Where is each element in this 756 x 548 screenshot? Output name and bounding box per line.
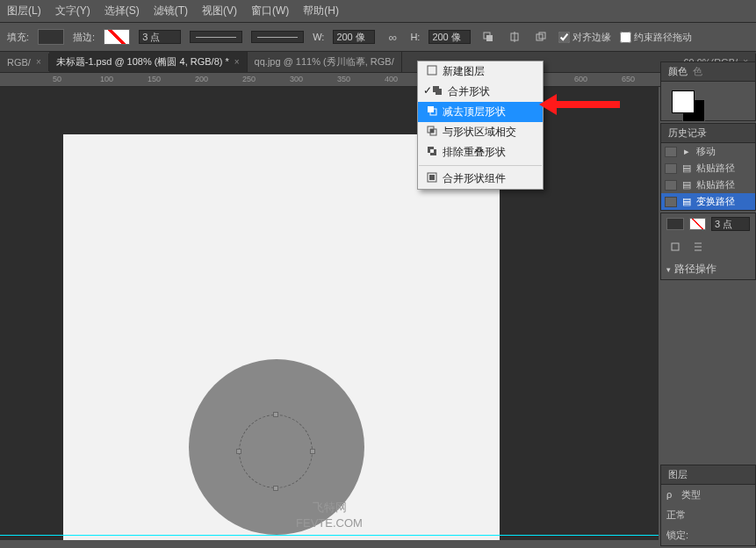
lock-label: 锁定: [666, 530, 688, 540]
blend-mode-dropdown[interactable]: 正常 [666, 509, 686, 520]
doc-tab[interactable]: 未标题-1.psd @ 108% (椭圆 4, RGB/8) *× [49, 52, 248, 72]
menu-window[interactable]: 窗口(W) [251, 4, 289, 18]
menu-type[interactable]: 文字(Y) [55, 4, 90, 18]
new-layer-icon [427, 65, 437, 76]
stroke-style-dropdown[interactable] [190, 31, 242, 43]
history-item[interactable]: ▤ 变换路径 [661, 193, 755, 210]
document-tabs: RGB/× 未标题-1.psd @ 108% (椭圆 4, RGB/8) *× … [0, 52, 756, 73]
close-icon[interactable]: × [36, 57, 41, 67]
options-bar: 填充: 描边: W: H: 对齐边缘 约束路径拖动 [0, 23, 756, 52]
right-panel-dock: 颜色 色 历史记录 ▸ 移动 ▤ 粘贴路径 ▤ 粘贴 [660, 61, 756, 548]
menu-item-merge-components[interactable]: 合并形状组件 [418, 169, 543, 189]
path-arrange-icon[interactable] [532, 28, 550, 46]
history-thumb [665, 180, 677, 191]
fill-swatch[interactable] [38, 29, 64, 45]
width-field[interactable] [333, 30, 375, 44]
ruler-horizontal: 50 100 150 200 250 300 350 400 450 500 5… [0, 73, 756, 87]
annotation-arrow [555, 101, 620, 108]
close-icon[interactable]: × [234, 57, 240, 67]
stroke-swatch[interactable] [104, 29, 130, 45]
w-label: W: [313, 32, 324, 42]
foreground-background-swatch[interactable] [672, 90, 709, 120]
doc-tab[interactable]: qq.jpg @ 111% (秀川临摹, RGB/ [248, 52, 402, 72]
foreground-color-swatch[interactable] [672, 90, 695, 113]
path-distribute-mini-icon[interactable] [689, 238, 707, 256]
path-ops-section[interactable]: 路径操作 [661, 259, 755, 279]
menu-item-new-layer[interactable]: 新建图层 [418, 61, 543, 82]
selection-handle[interactable] [236, 449, 241, 454]
paste-icon: ▤ [680, 180, 693, 191]
canvas[interactable]: 飞特网 FEVTE.COM [0, 87, 659, 540]
menu-view[interactable]: 视图(V) [202, 4, 237, 18]
align-edges-checkbox[interactable]: 对齐边缘 [558, 31, 611, 44]
height-field[interactable] [428, 30, 471, 44]
intersect-icon [427, 126, 437, 136]
paste-icon: ▤ [680, 163, 693, 174]
watermark: 飞特网 FEVTE.COM [0, 500, 659, 531]
history-item[interactable]: ▤ 粘贴路径 [661, 160, 755, 177]
stroke-dash-dropdown[interactable] [251, 31, 304, 43]
stroke-mini-swatch[interactable] [689, 218, 707, 230]
fill-label: 填充: [7, 31, 29, 44]
history-item[interactable]: ▸ 移动 [661, 143, 755, 160]
doc-tab[interactable]: RGB/× [0, 54, 49, 71]
history-item[interactable]: ▤ 粘贴路径 [661, 177, 755, 193]
path-ops-icon[interactable] [479, 28, 497, 46]
svg-rect-19 [672, 243, 679, 250]
layers-panel-tab[interactable]: 图层 [661, 465, 755, 485]
menu-item-subtract[interactable]: 减去顶层形状 [418, 102, 543, 122]
svg-rect-6 [428, 66, 436, 75]
shape-ellipse-selection[interactable] [239, 415, 313, 488]
guide-horizontal[interactable] [0, 535, 659, 536]
menubar: 图层(L) 文字(Y) 选择(S) 滤镜(T) 视图(V) 窗口(W) 帮助(H… [0, 0, 756, 23]
fill-mini-swatch[interactable] [666, 218, 684, 230]
menu-item-combine[interactable]: ✓ 合并形状 [418, 82, 543, 102]
path-align-icon[interactable] [506, 28, 523, 46]
menu-filter[interactable]: 滤镜(T) [154, 4, 188, 18]
constrain-path-checkbox[interactable]: 约束路径拖动 [620, 31, 692, 44]
selection-handle[interactable] [273, 412, 278, 417]
combine-icon [432, 85, 443, 96]
layer-filter-kind[interactable]: 类型 [681, 489, 701, 500]
transform-icon: ▤ [680, 197, 693, 207]
svg-rect-18 [429, 175, 435, 180]
h-label: H: [410, 32, 420, 42]
link-wh-icon[interactable] [384, 28, 401, 46]
menu-separator [419, 165, 542, 166]
history-thumb [665, 147, 677, 157]
stroke-pt-field[interactable] [711, 217, 750, 231]
menu-item-intersect[interactable]: 与形状区域相交 [418, 122, 543, 142]
svg-rect-8 [436, 89, 442, 95]
subtract-icon [427, 105, 437, 116]
menu-item-exclude[interactable]: 排除重叠形状 [418, 142, 543, 162]
menu-select[interactable]: 选择(S) [104, 4, 140, 18]
stroke-label: 描边: [73, 31, 95, 44]
check-icon: ✓ [423, 84, 432, 97]
path-ops-menu: 新建图层 ✓ 合并形状 减去顶层形状 与形状区域相交 排除重叠形状 合并形状组件 [417, 61, 544, 190]
exclude-icon [427, 146, 437, 156]
history-panel-tab[interactable]: 历史记录 [661, 124, 755, 143]
stroke-width-field[interactable] [139, 30, 181, 44]
merge-components-icon [427, 172, 437, 183]
svg-rect-13 [430, 129, 434, 133]
menu-help[interactable]: 帮助(H) [303, 4, 339, 18]
move-icon: ▸ [680, 147, 693, 157]
svg-rect-1 [486, 35, 493, 41]
selection-handle[interactable] [273, 486, 278, 491]
color-panel-tab[interactable]: 颜色 色 [661, 62, 755, 82]
path-align-mini-icon[interactable] [666, 238, 684, 256]
history-thumb [665, 197, 677, 207]
menu-layer[interactable]: 图层(L) [7, 4, 41, 18]
history-thumb [665, 163, 677, 174]
selection-handle[interactable] [310, 449, 315, 454]
svg-rect-16 [430, 149, 434, 153]
